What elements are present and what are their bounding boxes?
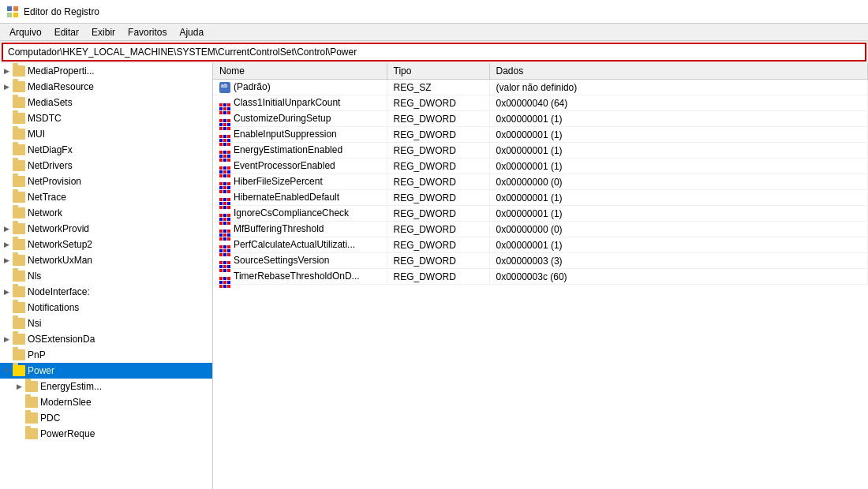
entry-data: 0x00000001 (1) (489, 206, 868, 222)
folder-icon (13, 81, 25, 92)
menu-arquivo[interactable]: Arquivo (3, 25, 48, 39)
folder-icon (13, 144, 25, 155)
dword-icon (219, 114, 230, 125)
table-row[interactable]: HibernateEnabledDefault REG_DWORD 0x0000… (213, 190, 868, 206)
entry-type: REG_DWORD (387, 253, 489, 269)
table-row[interactable]: TimerRebaseThresholdOnD... REG_DWORD 0x0… (213, 269, 868, 285)
tree-item[interactable]: MediaSets (0, 95, 212, 110)
tree-label: Network (28, 207, 62, 218)
table-row[interactable]: IgnoreCsComplianceCheck REG_DWORD 0x0000… (213, 206, 868, 222)
folder-icon (25, 397, 38, 408)
table-row[interactable]: SourceSettingsVersion REG_DWORD 0x000000… (213, 253, 868, 269)
tree-label: PDC (40, 412, 60, 424)
tree-item[interactable]: ▶NetworkSetup2 (0, 237, 212, 252)
tree-label: Nsi (28, 318, 41, 329)
tree-item[interactable]: ▶MediaResource (0, 79, 212, 95)
folder-icon (13, 365, 25, 376)
tree-item[interactable]: PowerReque (0, 426, 212, 442)
entry-name: HiberFileSizePercent (213, 174, 387, 190)
entry-type: REG_DWORD (387, 190, 489, 206)
tree-label: PowerReque (40, 428, 95, 439)
tree-item[interactable]: MSDTC (0, 110, 212, 126)
tree-panel[interactable]: ▶MediaProperti...▶MediaResourceMediaSets… (0, 63, 213, 489)
dword-icon (219, 271, 230, 282)
folder-icon (13, 97, 25, 108)
folder-icon (13, 318, 25, 329)
expand-btn[interactable]: ▾ (0, 364, 13, 377)
table-row[interactable]: CustomizeDuringSetup REG_DWORD 0x0000000… (213, 111, 868, 127)
entry-type: REG_DWORD (387, 95, 489, 111)
tree-item[interactable]: Notifications (0, 300, 212, 315)
title-bar-text: Editor do Registro (24, 6, 99, 17)
tree-item[interactable]: ModernSlee (0, 394, 212, 410)
menu-editar[interactable]: Editar (48, 25, 85, 39)
registry-table: Nome Tipo Dados ab(Padrão) REG_SZ (valor… (213, 63, 868, 285)
tree-item[interactable]: Nsi (0, 315, 212, 331)
tree-label: Notifications (28, 302, 79, 313)
entry-name: HibernateEnabledDefault (213, 190, 387, 206)
folder-icon (13, 129, 25, 140)
menu-ajuda[interactable]: Ajuda (173, 25, 210, 39)
menu-exibir[interactable]: Exibir (85, 25, 122, 39)
tree-item[interactable]: ▶MediaProperti... (0, 63, 212, 79)
tree-item[interactable]: ▶NetworkUxMan (0, 252, 212, 268)
tree-label: EnergyEstim... (40, 381, 102, 392)
expand-btn[interactable]: ▶ (0, 286, 13, 298)
tree-item[interactable]: NetDrivers (0, 158, 212, 174)
registry-panel: Nome Tipo Dados ab(Padrão) REG_SZ (valor… (213, 63, 868, 489)
address-bar[interactable]: Computador\HKEY_LOCAL_MACHINE\SYSTEM\Cur… (2, 43, 866, 62)
tree-item[interactable]: ▶OSExtensionDa (0, 331, 212, 347)
expand-btn[interactable]: ▶ (0, 254, 13, 267)
folder-icon (13, 286, 25, 297)
tree-label: OSExtensionDa (28, 334, 95, 345)
tree-item[interactable]: NetTrace (0, 189, 212, 205)
tree-label: MediaResource (28, 81, 94, 92)
tree-label: NetworkProvid (28, 223, 89, 234)
folder-icon (13, 239, 25, 250)
table-row[interactable]: EventProcessorEnabled REG_DWORD 0x000000… (213, 159, 868, 174)
tree-label: NetDrivers (28, 160, 73, 171)
tree-item[interactable]: PnP (0, 347, 212, 363)
menu-favoritos[interactable]: Favoritos (122, 25, 173, 39)
svg-rect-2 (7, 13, 12, 17)
folder-icon (13, 349, 25, 360)
tree-item[interactable]: NetProvision (0, 174, 212, 189)
table-row[interactable]: Class1InitialUnparkCount REG_DWORD 0x000… (213, 95, 868, 111)
folder-icon (13, 223, 25, 234)
menu-bar: Arquivo Editar Exibir Favoritos Ajuda (0, 24, 868, 41)
dword-icon (219, 129, 230, 140)
folder-icon (13, 113, 25, 124)
tree-label: ModernSlee (40, 397, 92, 408)
tree-label: MediaSets (28, 97, 73, 108)
tree-item[interactable]: ▶NodeInterface: (0, 284, 212, 300)
dword-icon (219, 177, 230, 188)
tree-item[interactable]: ▶EnergyEstim... (0, 379, 212, 394)
expand-btn[interactable]: ▶ (0, 333, 13, 345)
tree-item[interactable]: PDC (0, 410, 212, 426)
tree-label: MUI (28, 129, 45, 140)
table-row[interactable]: PerfCalculateActualUtilizati... REG_DWOR… (213, 237, 868, 253)
expand-btn[interactable]: ▶ (0, 65, 13, 77)
table-row[interactable]: ab(Padrão) REG_SZ (valor não definido) (213, 80, 868, 95)
table-row[interactable]: EnableInputSuppression REG_DWORD 0x00000… (213, 127, 868, 143)
tree-item[interactable]: MUI (0, 126, 212, 142)
expand-btn[interactable]: ▶ (13, 380, 25, 393)
svg-rect-0 (7, 6, 12, 11)
expand-btn[interactable]: ▶ (0, 80, 13, 93)
entry-data: (valor não definido) (489, 80, 868, 95)
tree-label: NetworkSetup2 (28, 239, 92, 250)
table-row[interactable]: EnergyEstimationEnabled REG_DWORD 0x0000… (213, 143, 868, 159)
expand-btn[interactable]: ▶ (0, 222, 13, 235)
table-row[interactable]: MfBufferingThreshold REG_DWORD 0x0000000… (213, 222, 868, 237)
table-row[interactable]: HiberFileSizePercent REG_DWORD 0x0000000… (213, 174, 868, 190)
tree-item[interactable]: NetDiagFx (0, 142, 212, 158)
entry-data: 0x00000001 (1) (489, 143, 868, 159)
tree-item[interactable]: Nls (0, 268, 212, 284)
expand-btn[interactable]: ▶ (0, 238, 13, 251)
col-name: Nome (213, 63, 387, 80)
tree-item[interactable]: ▾Power (0, 363, 212, 379)
dword-icon (219, 145, 230, 156)
tree-item[interactable]: Network (0, 205, 212, 221)
dword-icon (219, 161, 230, 172)
tree-item[interactable]: ▶NetworkProvid (0, 221, 212, 237)
